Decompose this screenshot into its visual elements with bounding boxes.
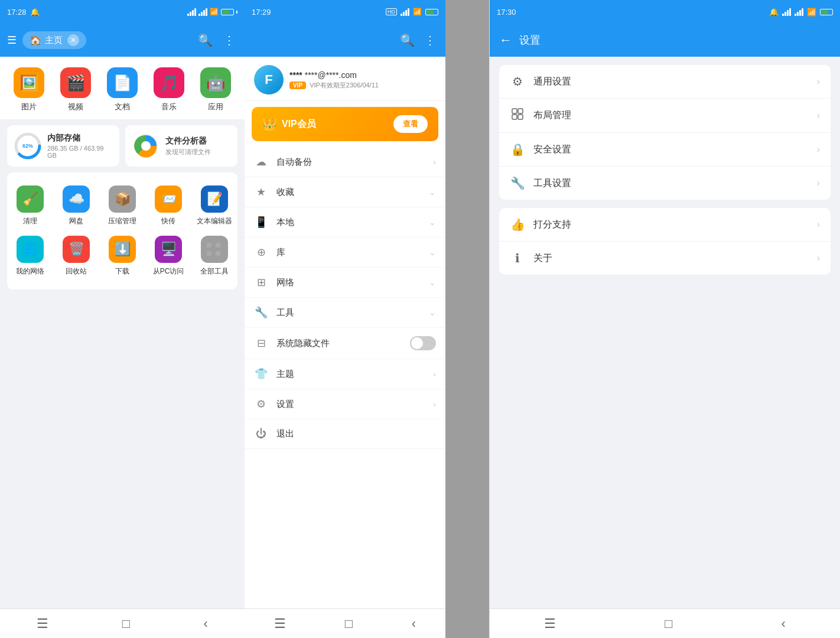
settings-section-2: 👍 打分支持 › ℹ 关于 › <box>499 208 831 275</box>
settings-rate[interactable]: 👍 打分支持 › <box>499 208 831 242</box>
bell-icon: 🔔 <box>30 8 40 17</box>
more-icon[interactable]: ⋮ <box>221 31 237 50</box>
drawer-overlay <box>445 0 489 638</box>
library-icon: ⊕ <box>254 246 268 259</box>
analyzer-card[interactable]: 文件分析器 发现可清理文件 <box>125 125 237 167</box>
drawer-item-network[interactable]: ⊞ 网络 ⌄ <box>245 268 445 298</box>
tool-download[interactable]: ⬇️ 下载 <box>99 231 145 281</box>
music-icon: 🎵 <box>154 67 184 98</box>
settings-security[interactable]: 🔒 安全设置 › <box>499 133 831 167</box>
settings-about[interactable]: ℹ 关于 › <box>499 242 831 275</box>
nav-home-icon-3[interactable]: □ <box>665 616 672 632</box>
library-label: 库 <box>276 247 421 258</box>
rate-label: 打分支持 <box>533 219 809 231</box>
cloud-icon: ☁️ <box>63 185 90 213</box>
hamburger-icon[interactable]: ☰ <box>7 34 17 47</box>
svg-rect-6 <box>512 115 517 119</box>
settings-page-title: 设置 <box>519 33 541 47</box>
videos-label: 视频 <box>68 102 83 112</box>
hidden-toggle[interactable] <box>410 336 436 350</box>
settings-layout[interactable]: 布局管理 › <box>499 99 831 133</box>
internal-storage-card[interactable]: 62% 内部存储 286.35 GB / 463.99 GB <box>7 125 119 167</box>
category-apps[interactable]: 🤖 应用 <box>195 67 236 112</box>
category-videos[interactable]: 🎬 视频 <box>55 67 96 112</box>
drawer-content: 17:29 HD 📶 🔍 ⋮ F <box>245 0 445 638</box>
tool-cloud[interactable]: ☁️ 网盘 <box>53 181 99 231</box>
tools-grid: 🧹 清理 ☁️ 网盘 📦 压缩管理 📨 快传 📝 文本编辑器 🌐 我的网络 🗑️… <box>7 172 237 289</box>
nav-home-icon[interactable]: □ <box>122 616 130 632</box>
nav-menu-icon-2[interactable]: ☰ <box>274 616 286 632</box>
nav-menu-icon-3[interactable]: ☰ <box>544 616 556 632</box>
hd-badge: HD <box>386 8 397 15</box>
drawer-toolbar: 🔍 ⋮ <box>245 24 445 57</box>
signal-icon-2 <box>198 8 207 16</box>
user-vip-row: VIP VIP有效期至2306/04/11 <box>289 81 436 90</box>
panel-settings: 17:30 🔔 📶 ← 设置 <box>489 0 840 638</box>
vip-check-button[interactable]: 查看 <box>393 115 428 133</box>
analyzer-icon <box>132 132 159 160</box>
category-docs[interactable]: 📄 文档 <box>102 67 143 112</box>
tool-clean[interactable]: 🧹 清理 <box>7 181 53 231</box>
settings-arrow: › <box>433 399 436 409</box>
download-label: 下载 <box>115 266 129 276</box>
panel-home: 17:28 🔔 📶 ☰ 🏠 <box>0 0 245 638</box>
category-grid: 🖼️ 图片 🎬 视频 📄 文档 🎵 音乐 🤖 应用 <box>0 57 245 119</box>
settings-menu-icon: ⚙ <box>254 398 268 411</box>
drawer-item-logout[interactable]: ⏻ 退出 <box>245 419 445 449</box>
drawer-item-backup[interactable]: ☁ 自动备份 › <box>245 147 445 177</box>
tool-compress[interactable]: 📦 压缩管理 <box>99 181 145 231</box>
more-icon-2[interactable]: ⋮ <box>424 33 436 47</box>
tool-transfer[interactable]: 📨 快传 <box>145 181 191 231</box>
user-avatar: F <box>254 65 284 95</box>
storage-info: 内部存储 286.35 GB / 463.99 GB <box>47 133 112 159</box>
back-button[interactable]: ← <box>499 32 512 48</box>
drawer-user: F **** ****@****.com VIP VIP有效期至2306/04/… <box>245 57 445 101</box>
home-tab[interactable]: 🏠 主页 ✕ <box>22 31 86 49</box>
drawer-item-favorites[interactable]: ★ 收藏 ⌄ <box>245 177 445 207</box>
signal-3 <box>782 8 791 16</box>
tool-editor[interactable]: 📝 文本编辑器 <box>191 181 237 231</box>
nav-menu-icon[interactable]: ☰ <box>37 616 48 632</box>
docs-label: 文档 <box>115 102 130 112</box>
drawer-item-local[interactable]: 📱 本地 ⌄ <box>245 207 445 237</box>
nav-back-icon-3[interactable]: ‹ <box>782 616 786 632</box>
settings-toolbar: ← 设置 <box>490 24 840 57</box>
search-icon-2[interactable]: 🔍 <box>400 33 415 47</box>
category-pictures[interactable]: 🖼️ 图片 <box>8 67 50 112</box>
security-arrow: › <box>817 144 820 155</box>
drawer-item-library[interactable]: ⊕ 库 ⌄ <box>245 237 445 268</box>
storage-row: 62% 内部存储 286.35 GB / 463.99 GB 文件分析器 发现可… <box>0 119 245 172</box>
tab-label: 主页 <box>45 35 63 46</box>
signal-3b <box>795 8 803 16</box>
layout-label: 布局管理 <box>533 109 809 122</box>
tool-all[interactable]: 全部工具 <box>191 231 237 281</box>
tool-pc[interactable]: 🖥️ 从PC访问 <box>145 231 191 281</box>
tool-network[interactable]: 🌐 我的网络 <box>7 231 53 281</box>
about-arrow: › <box>817 253 820 263</box>
transfer-label: 快传 <box>161 216 175 226</box>
editor-label: 文本编辑器 <box>197 216 232 226</box>
close-tab-button[interactable]: ✕ <box>67 34 79 46</box>
tool-trash[interactable]: 🗑️ 回收站 <box>53 231 99 281</box>
wifi-icon-2: 📶 <box>413 8 422 16</box>
battery-3 <box>820 9 833 15</box>
drawer-item-hidden[interactable]: ⊟ 系统隐藏文件 <box>245 328 445 359</box>
music-label: 音乐 <box>161 102 177 112</box>
settings-tools[interactable]: 🔧 工具设置 › <box>499 167 831 200</box>
vip-banner[interactable]: 👑 VIP会员 查看 <box>252 107 438 141</box>
search-icon[interactable]: 🔍 <box>196 31 215 50</box>
nav-home-icon-2[interactable]: □ <box>345 616 353 632</box>
network-icon: 🌐 <box>17 236 44 263</box>
compress-icon: 📦 <box>109 185 136 213</box>
settings-label: 设置 <box>276 399 425 410</box>
drawer-item-tools[interactable]: 🔧 工具 ⌄ <box>245 298 445 328</box>
drawer-item-settings[interactable]: ⚙ 设置 › <box>245 389 445 419</box>
nav-back-icon[interactable]: ‹ <box>203 616 207 632</box>
status-time-1: 17:28 🔔 <box>7 8 40 17</box>
vip-date: VIP有效期至2306/04/11 <box>310 81 379 90</box>
compress-label: 压缩管理 <box>108 216 136 226</box>
category-music[interactable]: 🎵 音乐 <box>148 67 190 112</box>
settings-general[interactable]: ⚙ 通用设置 › <box>499 65 831 99</box>
nav-back-icon-2[interactable]: ‹ <box>412 616 416 632</box>
drawer-item-theme[interactable]: 👕 主题 › <box>245 359 445 389</box>
